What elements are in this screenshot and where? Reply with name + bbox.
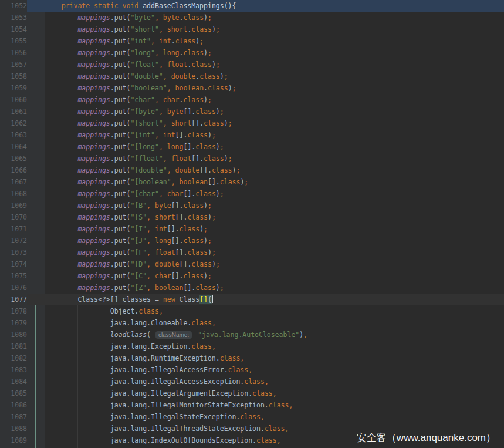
line-number[interactable]: 1057: [0, 59, 27, 70]
code-token: .put(: [110, 237, 131, 245]
line-number[interactable]: 1056: [0, 47, 27, 59]
code-line[interactable]: 1055 mappings.put("int", int.class);: [0, 35, 504, 47]
line-number[interactable]: 1058: [0, 70, 27, 82]
code-token: ,: [147, 260, 151, 268]
line-number[interactable]: 1088: [0, 423, 27, 434]
code-token: [45, 284, 77, 292]
code-line[interactable]: 1058 mappings.put("double", double.class…: [0, 70, 504, 82]
code-line[interactable]: 1078 Object.class,: [0, 305, 504, 317]
code-token: ,: [277, 436, 281, 444]
code-token: [45, 72, 77, 80]
line-number[interactable]: 1083: [0, 364, 27, 376]
line-number[interactable]: 1074: [0, 258, 27, 270]
code-line[interactable]: 1061 mappings.put("[byte", byte[].class)…: [0, 106, 504, 117]
code-line[interactable]: 1080 loadClass( className: "java.lang.Au…: [0, 329, 504, 341]
line-number[interactable]: 1089: [0, 434, 27, 446]
code-line[interactable]: 1083 java.lang.IllegalAccessError.class,: [0, 364, 504, 376]
code-token: ;: [208, 237, 212, 245]
code-text: mappings.put("[B", byte[].class);: [27, 200, 504, 211]
line-number[interactable]: 1078: [0, 305, 27, 317]
line-number[interactable]: 1085: [0, 388, 27, 399]
code-line[interactable]: 1084 java.lang.IllegalAccessException.cl…: [0, 376, 504, 388]
code-line[interactable]: 1069 mappings.put("[B", byte[].class);: [0, 200, 504, 211]
code-line[interactable]: 1053 mappings.put("byte", byte.class);: [0, 12, 504, 23]
code-text: mappings.put("[char", char[].class);: [27, 188, 504, 200]
code-line[interactable]: 1082 java.lang.RuntimeException.class,: [0, 352, 504, 364]
line-number[interactable]: 1076: [0, 282, 27, 294]
code-token: [175, 178, 180, 186]
line-number[interactable]: 1053: [0, 12, 27, 23]
code-line[interactable]: 1076 mappings.put("[Z", boolean[].class)…: [0, 282, 504, 294]
line-number[interactable]: 1069: [0, 200, 27, 211]
code-token: ;: [216, 60, 220, 69]
code-token: ): [220, 72, 224, 80]
code-line[interactable]: 1070 mappings.put("[S", short[].class);: [0, 211, 504, 223]
code-line[interactable]: 1087 java.lang.IllegalStateException.cla…: [0, 411, 504, 423]
code-line[interactable]: 1068 mappings.put("[char", char[].class)…: [0, 188, 504, 200]
code-line[interactable]: 1079 java.lang.Cloneable.class,: [0, 317, 504, 329]
code-line[interactable]: 1065 mappings.put("[float", float[].clas…: [0, 153, 504, 164]
code-token: java.lang.IllegalThreadStateException.: [45, 425, 265, 433]
line-number[interactable]: 1059: [0, 82, 27, 94]
line-number[interactable]: 1062: [0, 117, 27, 129]
code-line[interactable]: 1062 mappings.put("[short", short[].clas…: [0, 117, 504, 129]
line-number[interactable]: 1064: [0, 141, 27, 153]
code-line[interactable]: 1074 mappings.put("[D", double[].class);: [0, 258, 504, 270]
code-line[interactable]: 1077 Class<?>[] classes = new Class[]{: [0, 294, 504, 305]
line-number[interactable]: 1082: [0, 352, 27, 364]
code-token: Object.: [45, 307, 138, 315]
line-number[interactable]: 1070: [0, 211, 27, 223]
line-number[interactable]: 1087: [0, 411, 27, 423]
code-line[interactable]: 1057 mappings.put("float", float.class);: [0, 59, 504, 70]
code-line[interactable]: 1067 mappings.put("[boolean", boolean[].…: [0, 176, 504, 188]
code-line[interactable]: 1059 mappings.put("boolean", boolean.cla…: [0, 82, 504, 94]
code-token: ,: [265, 378, 269, 386]
code-line[interactable]: 1063 mappings.put("[int", int[].class);: [0, 129, 504, 141]
code-token: [].: [175, 248, 188, 257]
code-line[interactable]: 1081 java.lang.Exception.class,: [0, 341, 504, 352]
code-line[interactable]: 1085 java.lang.IllegalArgumentException.…: [0, 388, 504, 399]
line-number[interactable]: 1060: [0, 94, 27, 106]
code-line[interactable]: 1060 mappings.put("char", char.class);: [0, 94, 504, 106]
code-token: new: [163, 295, 175, 304]
line-number[interactable]: 1080: [0, 329, 27, 341]
code-token: java.lang.IllegalArgumentException.: [45, 389, 252, 398]
line-number[interactable]: 1063: [0, 129, 27, 141]
code-line[interactable]: 1064 mappings.put("[long", long[].class)…: [0, 141, 504, 153]
code-line[interactable]: 1066 mappings.put("[double", double[].cl…: [0, 164, 504, 176]
line-number[interactable]: 1054: [0, 23, 27, 35]
line-number[interactable]: 1079: [0, 317, 27, 329]
line-number[interactable]: 1068: [0, 188, 27, 200]
line-number[interactable]: 1061: [0, 106, 27, 117]
line-number[interactable]: 1073: [0, 247, 27, 258]
code-line[interactable]: 1054 mappings.put("short", short.class);: [0, 23, 504, 35]
code-editor[interactable]: 1052 private static void addBaseClassMap…: [0, 0, 504, 448]
line-number[interactable]: 1086: [0, 399, 27, 411]
line-number[interactable]: 1084: [0, 376, 27, 388]
code-line[interactable]: 1052 private static void addBaseClassMap…: [0, 0, 504, 12]
code-token: "long": [130, 49, 155, 57]
code-token: ): [224, 154, 228, 163]
line-number[interactable]: 1055: [0, 35, 27, 47]
code-line[interactable]: 1072 mappings.put("[J", long[].class);: [0, 235, 504, 247]
line-number[interactable]: 1072: [0, 235, 27, 247]
line-number[interactable]: 1052: [0, 0, 27, 12]
code-line[interactable]: 1075 mappings.put("[C", char[].class);: [0, 270, 504, 282]
code-token: .put(: [110, 213, 131, 221]
code-token: ,: [155, 14, 159, 22]
code-token: "[B": [130, 201, 147, 210]
line-number[interactable]: 1065: [0, 153, 27, 164]
line-number[interactable]: 1067: [0, 176, 27, 188]
code-line[interactable]: 1073 mappings.put("[F", float[].class);: [0, 247, 504, 258]
code-text: mappings.put("long", long.class);: [27, 47, 504, 59]
code-line[interactable]: 1071 mappings.put("[I", int[].class);: [0, 223, 504, 235]
code-text: mappings.put("short", short.class);: [27, 23, 504, 35]
line-number[interactable]: 1066: [0, 164, 27, 176]
line-number[interactable]: 1071: [0, 223, 27, 235]
line-number[interactable]: 1075: [0, 270, 27, 282]
line-number[interactable]: 1081: [0, 341, 27, 352]
code-line[interactable]: 1086 java.lang.IllegalMonitorStateExcept…: [0, 399, 504, 411]
line-number[interactable]: 1077: [0, 294, 27, 305]
code-token: class: [220, 354, 241, 362]
code-line[interactable]: 1056 mappings.put("long", long.class);: [0, 47, 504, 59]
